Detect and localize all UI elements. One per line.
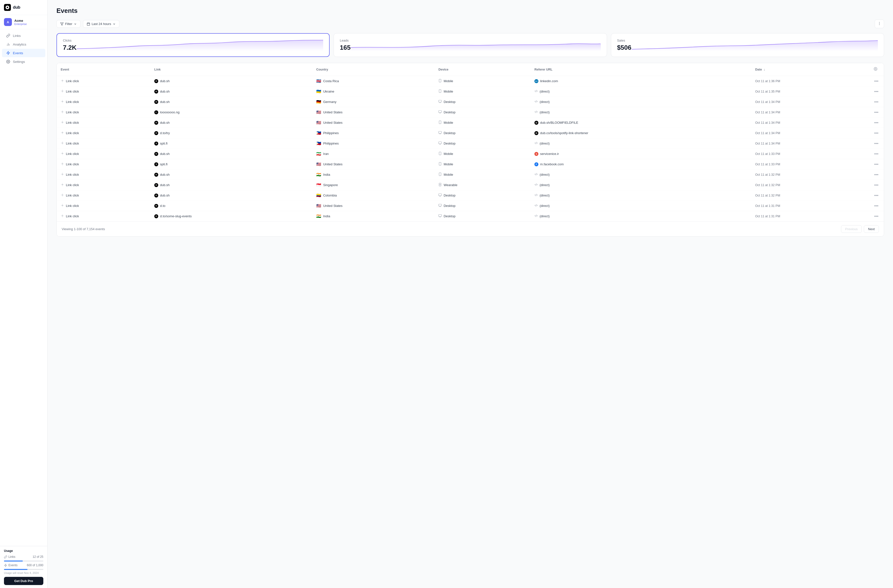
table-row: Link click D d.to 🇺🇸 United States Deskt…: [57, 201, 884, 211]
referer-icon: S: [534, 152, 538, 156]
referer-url: dub.sh/BLOOMFIELDFILE: [540, 121, 578, 124]
table-row: Link click D dub.sh 🇨🇷 Costa Rica Mobile…: [57, 76, 884, 86]
stat-card-clicks[interactable]: Clicks 7.2K: [56, 33, 329, 57]
main-content: Events Filter Last 24 hours Clicks 7.2K: [48, 0, 893, 588]
link-cell: D dub.sh: [150, 76, 312, 86]
stat-card-leads[interactable]: Leads 165: [334, 33, 607, 57]
device-type: Mobile: [443, 152, 453, 156]
column-settings-button[interactable]: [873, 66, 878, 73]
svg-point-12: [879, 23, 879, 24]
table-row: Link click D dub.sh 🇺🇦 Ukraine Mobile: [57, 86, 884, 97]
events-usage-label: Events: [4, 564, 25, 567]
country-name: Philippines: [323, 141, 339, 145]
country-name: Singapore: [323, 183, 338, 187]
workspace-selector[interactable]: A Acme Enterprise: [0, 15, 47, 29]
stat-sales-value: $506: [617, 44, 631, 51]
device-icon: [438, 131, 442, 135]
events-usage-count: 600 of 1,000: [27, 564, 44, 567]
stat-clicks-info: Clicks 7.2K: [63, 39, 77, 51]
link-url: spti.fi: [160, 141, 167, 145]
table-footer: Viewing 1-100 of 7,154 events Previous N…: [57, 222, 884, 236]
event-cell: Link click: [57, 76, 150, 86]
row-more-button[interactable]: •••: [873, 99, 880, 104]
row-more-button[interactable]: •••: [873, 203, 880, 208]
referer-icon: [534, 110, 538, 114]
row-more-cell: •••: [869, 76, 884, 86]
row-more-button[interactable]: •••: [873, 193, 880, 198]
sidebar-item-settings[interactable]: Settings: [2, 57, 45, 66]
sidebar-bottom: Usage Links 12 of 25 Events 600 of 1,000: [0, 546, 47, 588]
country-name: United States: [323, 162, 343, 166]
link-favicon: D: [154, 194, 158, 198]
sidebar-item-links[interactable]: Links: [2, 32, 45, 40]
row-more-cell: •••: [869, 159, 884, 170]
referer-url: (direct): [540, 194, 550, 197]
row-more-button[interactable]: •••: [873, 78, 880, 84]
link-cell: S spti.fi: [150, 138, 312, 149]
get-pro-button[interactable]: Get Dub Pro: [4, 577, 44, 585]
date-cell: Oct 11 at 1:31 PM: [751, 201, 869, 211]
country-flag: 🇮🇳: [316, 172, 321, 177]
device-icon: [438, 214, 442, 218]
link-cell: D d.to: [150, 201, 312, 211]
stat-leads-label: Leads: [340, 39, 350, 42]
time-filter-button[interactable]: Last 24 hours: [83, 20, 119, 28]
filter-button[interactable]: Filter: [56, 20, 81, 28]
svg-point-52: [62, 195, 63, 195]
device-cell: Mobile: [434, 86, 531, 97]
event-type-icon: [61, 110, 64, 114]
event-type-icon: [61, 204, 64, 208]
svg-point-51: [440, 184, 441, 185]
workspace-plan: Enterprise: [14, 22, 27, 26]
row-more-button[interactable]: •••: [873, 172, 880, 177]
sidebar-item-analytics[interactable]: Analytics: [2, 40, 45, 48]
row-more-button[interactable]: •••: [873, 151, 880, 156]
row-more-button[interactable]: •••: [873, 141, 880, 146]
referer-icon: F: [534, 162, 538, 166]
link-cell: L loooooooo.ng: [150, 107, 312, 117]
row-more-button[interactable]: •••: [873, 214, 880, 219]
country-cell: 🇨🇷 Costa Rica: [312, 76, 434, 86]
row-more-button[interactable]: •••: [873, 130, 880, 136]
link-cell: D dub.sh: [150, 117, 312, 128]
referer-icon: [534, 214, 538, 218]
device-cell: Desktop: [434, 97, 531, 107]
previous-button[interactable]: Previous: [841, 225, 862, 233]
table-row: Link click D dub.sh 🇮🇷 Iran Mobile S: [57, 149, 884, 159]
event-cell: Link click: [57, 211, 150, 222]
row-more-button[interactable]: •••: [873, 182, 880, 188]
date-cell: Oct 11 at 1:34 PM: [751, 117, 869, 128]
event-type-icon: [61, 172, 64, 177]
event-cell: Link click: [57, 117, 150, 128]
usage-section: Usage Links 12 of 25 Events 600 of 1,000: [4, 549, 44, 585]
row-more-button[interactable]: •••: [873, 89, 880, 94]
referer-url: (direct): [540, 100, 550, 104]
link-favicon: D: [154, 79, 158, 83]
link-favicon: D: [154, 100, 158, 104]
row-more-cell: •••: [869, 97, 884, 107]
row-more-button[interactable]: •••: [873, 110, 880, 115]
table-body: Link click D dub.sh 🇨🇷 Costa Rica Mobile…: [57, 76, 884, 222]
workspace-avatar: A: [4, 18, 12, 26]
row-more-button[interactable]: •••: [873, 120, 880, 125]
link-url: loooooooo.ng: [160, 110, 180, 114]
device-icon: [438, 162, 442, 166]
date-value: Oct 11 at 1:35 PM: [755, 90, 780, 93]
stat-card-sales[interactable]: Sales $506: [611, 33, 884, 57]
row-more-cell: •••: [869, 180, 884, 190]
device-icon: [438, 89, 442, 93]
device-type: Desktop: [443, 204, 456, 208]
row-more-button[interactable]: •••: [873, 162, 880, 167]
event-type-label: Link click: [66, 110, 79, 114]
referer-url: (direct): [540, 214, 550, 218]
sidebar-item-events[interactable]: Events: [2, 49, 45, 57]
device-type: Desktop: [443, 131, 456, 135]
date-value: Oct 11 at 1:34 PM: [755, 111, 780, 114]
leads-sparkline: [351, 39, 601, 51]
referer-icon: LI: [534, 79, 538, 83]
date-cell: Oct 11 at 1:34 PM: [751, 97, 869, 107]
next-button[interactable]: Next: [864, 225, 879, 233]
col-date[interactable]: Date ↓: [751, 63, 869, 76]
more-options-button[interactable]: [875, 20, 884, 28]
link-favicon: D: [154, 204, 158, 208]
